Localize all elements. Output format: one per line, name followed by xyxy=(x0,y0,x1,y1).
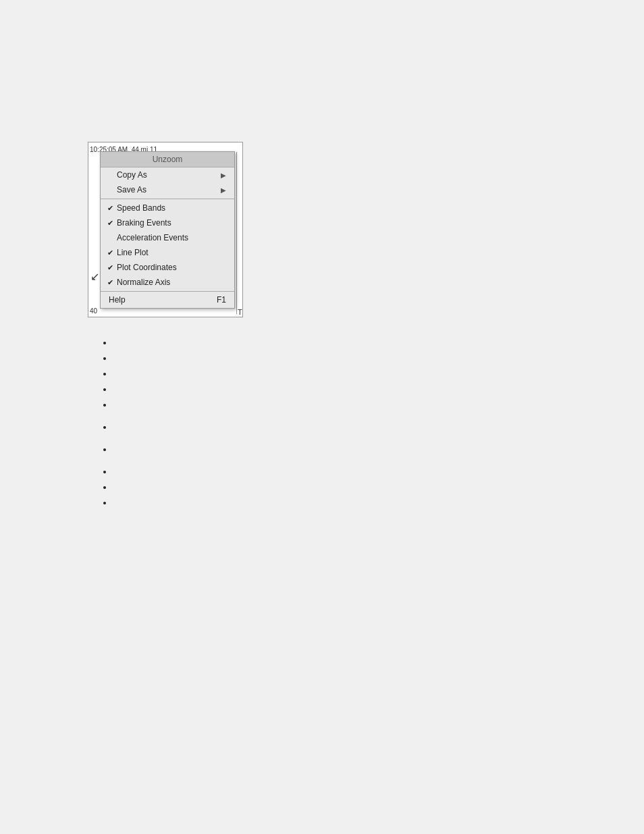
help-label: Help xyxy=(109,295,126,305)
braking-events-menu-item[interactable]: ✔ Braking Events xyxy=(101,215,234,230)
copy-as-arrow-icon: ▶ xyxy=(221,172,226,179)
unzoom-label: Unzoom xyxy=(153,155,183,164)
save-as-check xyxy=(107,186,117,194)
help-menu-item[interactable]: Help F1 xyxy=(101,291,234,308)
normalize-axis-label: Normalize Axis xyxy=(117,278,226,287)
braking-events-label: Braking Events xyxy=(117,218,226,228)
unzoom-menu-item[interactable]: Unzoom xyxy=(101,152,234,167)
chart-y-label: 40 xyxy=(90,307,97,315)
save-as-menu-item[interactable]: Save As ▶ xyxy=(101,182,234,197)
copy-as-check xyxy=(107,171,117,179)
bullets-list xyxy=(100,338,113,520)
copy-as-menu-item[interactable]: Copy As ▶ xyxy=(101,167,234,182)
acceleration-events-checkmark xyxy=(107,234,117,242)
plot-coordinates-label: Plot Coordinates xyxy=(117,263,226,272)
separator-1 xyxy=(101,199,234,199)
context-menu: Unzoom Copy As ▶ Save As ▶ ✔ Speed Bands… xyxy=(100,151,235,309)
chart-vertical-line xyxy=(236,152,237,314)
help-shortcut: F1 xyxy=(217,295,226,305)
chart-t-label: T xyxy=(238,308,242,316)
line-plot-label: Line Plot xyxy=(117,248,226,257)
line-plot-checkmark: ✔ xyxy=(107,249,117,257)
line-plot-menu-item[interactable]: ✔ Line Plot xyxy=(101,245,234,260)
plot-coordinates-checkmark: ✔ xyxy=(107,263,117,272)
plot-coordinates-menu-item[interactable]: ✔ Plot Coordinates xyxy=(101,260,234,275)
speed-bands-checkmark: ✔ xyxy=(107,204,117,213)
chart-arrow-icon: ↙ xyxy=(90,270,99,283)
save-as-arrow-icon: ▶ xyxy=(221,186,226,194)
page-background: 10:25:05 AM, 44 mi 11 40 ↙ T Unzoom Copy… xyxy=(0,0,644,834)
normalize-axis-menu-item[interactable]: ✔ Normalize Axis xyxy=(101,275,234,290)
braking-events-checkmark: ✔ xyxy=(107,219,117,228)
acceleration-events-menu-item[interactable]: Acceleration Events xyxy=(101,230,234,245)
save-as-label: Save As xyxy=(117,185,221,194)
speed-bands-menu-item[interactable]: ✔ Speed Bands xyxy=(101,201,234,215)
acceleration-events-label: Acceleration Events xyxy=(117,233,226,242)
copy-as-label: Copy As xyxy=(117,170,221,180)
speed-bands-label: Speed Bands xyxy=(117,203,226,213)
normalize-axis-checkmark: ✔ xyxy=(107,278,117,287)
